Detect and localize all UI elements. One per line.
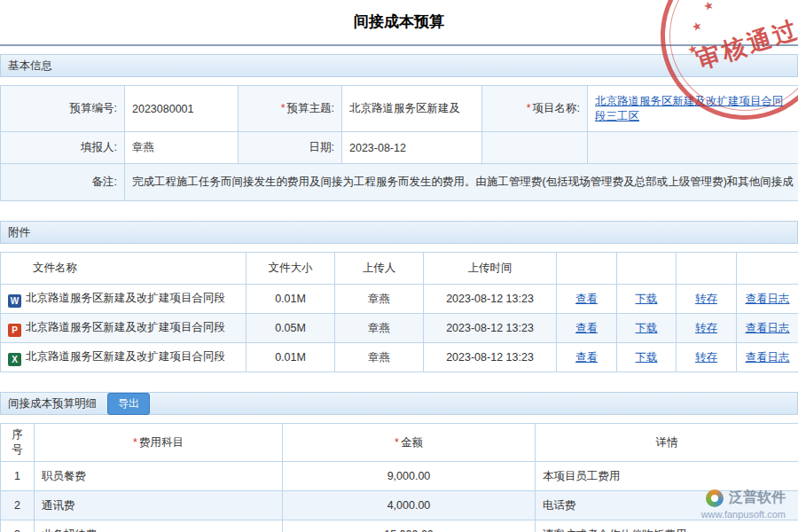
vendor-url: www.fanpusoft.com <box>701 509 786 520</box>
table-row: 备注: 完成工程施工任务而间接发生的费用及间接为工程服务而发生的费用。由施工管理… <box>1 164 798 201</box>
file-size: 0.05M <box>246 314 335 343</box>
action-cell: 下载 <box>617 285 677 314</box>
uploader: 章燕 <box>335 314 424 343</box>
view-log-link[interactable]: 查看日志 <box>746 351 790 364</box>
export-button[interactable]: 导出 <box>107 393 150 415</box>
table-row: 填报人: 章燕 日期: 2023-08-12 <box>1 132 798 164</box>
filler-label: 填报人: <box>1 132 125 164</box>
table-header-row: 文件名称 文件大小 上传人 上传时间 <box>1 253 798 285</box>
required-marker: * <box>281 102 286 114</box>
action-cell: 查看 <box>557 314 617 343</box>
col-header-file-name: 文件名称 <box>1 253 246 285</box>
table-row: 3 业务招待费 15,000.00 请客户或者合作伙伴吃饭费用 <box>1 520 798 532</box>
col-header-action <box>617 253 677 285</box>
view-link[interactable]: 查看 <box>575 351 598 364</box>
project-name-label: *项目名称: <box>482 86 588 132</box>
empty-value-cell <box>588 132 798 164</box>
section-title: 基本信息 <box>8 59 52 74</box>
required-marker: * <box>133 436 137 449</box>
date-value: 2023-08-12 <box>342 132 482 164</box>
download-link[interactable]: 下载 <box>636 351 658 364</box>
title-divider <box>0 44 798 46</box>
table-row: P北京路道服务区新建及改扩建项目合同段 0.05M 章燕 2023-08-12 … <box>1 314 798 343</box>
project-name-link[interactable]: 北京路道服务区新建及改扩建项目合同段三工区 <box>595 95 784 122</box>
uploader: 章燕 <box>335 343 424 372</box>
budget-subject-label: *预算主题: <box>239 86 342 132</box>
transfer-link[interactable]: 转存 <box>695 322 717 334</box>
expense-amount: 9,000.00 <box>283 462 536 491</box>
col-header-action <box>677 253 737 285</box>
action-cell: 查看日志 <box>737 285 798 314</box>
view-link[interactable]: 查看 <box>575 322 598 334</box>
action-cell: 下载 <box>617 343 677 372</box>
expense-subject: 职员餐费 <box>35 462 283 491</box>
table-header-row: 序号 *费用科目 *金额 详情 <box>1 424 798 462</box>
expense-detail: 请客户或者合作伙伴吃饭费用 <box>536 520 798 532</box>
view-link[interactable]: 查看 <box>575 293 598 305</box>
col-header-subject: *费用科目 <box>35 424 283 462</box>
expense-subject: 业务招待费 <box>35 520 283 532</box>
fanpu-logo-icon <box>706 489 724 507</box>
table-row: 2 通讯费 4,000.00 电话费 <box>1 491 798 520</box>
uploader: 章燕 <box>335 285 424 314</box>
section-title: 间接成本预算明细 <box>8 396 97 411</box>
view-log-link[interactable]: 查看日志 <box>746 293 790 305</box>
section-header-basic-info: 基本信息 <box>0 54 798 77</box>
file-size: 0.01M <box>246 285 335 314</box>
action-cell: 查看日志 <box>737 314 798 343</box>
table-row: 1 职员餐费 9,000.00 本项目员工费用 <box>1 462 798 491</box>
expense-amount: 4,000.00 <box>283 491 536 520</box>
action-cell: 查看日志 <box>737 343 798 372</box>
expense-subject: 通讯费 <box>35 491 283 520</box>
section-title: 附件 <box>8 225 30 240</box>
filler-value: 章燕 <box>125 132 239 164</box>
excel-file-icon: X <box>8 353 21 366</box>
file-name-cell: W北京路道服务区新建及改扩建项目合同段 <box>1 285 246 314</box>
row-index: 3 <box>1 520 35 532</box>
col-header-index: 序号 <box>1 424 35 462</box>
action-cell: 查看 <box>557 343 617 372</box>
col-header-uploader: 上传人 <box>335 253 424 285</box>
upload-time: 2023-08-12 13:23 <box>424 343 557 372</box>
word-file-icon: W <box>8 294 21 308</box>
table-row: X北京路道服务区新建及改扩建项目合同段 0.01M 章燕 2023-08-12 … <box>1 343 798 372</box>
row-index: 1 <box>1 462 35 491</box>
file-size: 0.01M <box>246 343 335 372</box>
transfer-link[interactable]: 转存 <box>695 293 717 305</box>
vendor-name: 泛普软件 <box>729 489 786 507</box>
section-header-attachments: 附件 <box>0 221 798 244</box>
col-header-action <box>557 253 617 285</box>
table-row: W北京路道服务区新建及改扩建项目合同段 0.01M 章燕 2023-08-12 … <box>1 285 798 314</box>
section-header-detail-list: 间接成本预算明细 导出 <box>0 392 798 415</box>
action-cell: 查看 <box>557 285 617 314</box>
attachments-table: 文件名称 文件大小 上传人 上传时间 W北京路道服务区新建及改扩建项目合同段 0… <box>0 252 798 372</box>
upload-time: 2023-08-12 13:23 <box>424 285 557 314</box>
col-header-file-size: 文件大小 <box>246 253 335 285</box>
action-cell: 转存 <box>677 343 737 372</box>
expense-detail: 本项目员工费用 <box>536 462 798 491</box>
table-row: 预算编号: 2023080001 *预算主题: 北京路道服务区新建及 *项目名称… <box>1 86 798 132</box>
budget-no-label: 预算编号: <box>1 86 125 132</box>
row-index: 2 <box>1 491 35 520</box>
col-header-detail: 详情 <box>536 424 798 462</box>
download-link[interactable]: 下载 <box>636 322 658 334</box>
remark-value: 完成工程施工任务而间接发生的费用及间接为工程服务而发生的费用。由施工管理费(包括… <box>125 164 798 201</box>
detail-table: 序号 *费用科目 *金额 详情 1 职员餐费 9,000.00 本项目员工费用 … <box>0 423 798 532</box>
action-cell: 转存 <box>677 285 737 314</box>
vendor-watermark: 泛普软件 www.fanpusoft.com <box>701 489 786 520</box>
action-cell: 下载 <box>617 314 677 343</box>
view-log-link[interactable]: 查看日志 <box>746 322 790 334</box>
download-link[interactable]: 下载 <box>636 293 658 305</box>
project-name-cell: 北京路道服务区新建及改扩建项目合同段三工区 <box>588 86 798 132</box>
col-header-amount: *金额 <box>283 424 536 462</box>
required-marker: * <box>527 102 531 114</box>
powerpoint-file-icon: P <box>8 324 21 337</box>
budget-no-value: 2023080001 <box>125 86 239 132</box>
date-label: 日期: <box>239 132 342 164</box>
transfer-link[interactable]: 转存 <box>695 351 717 364</box>
empty-label-cell <box>482 132 588 164</box>
remark-label: 备注: <box>1 164 125 201</box>
expense-amount: 15,000.00 <box>283 520 536 532</box>
page-title: 间接成本预算 <box>0 0 798 33</box>
upload-time: 2023-08-12 13:23 <box>424 314 557 343</box>
